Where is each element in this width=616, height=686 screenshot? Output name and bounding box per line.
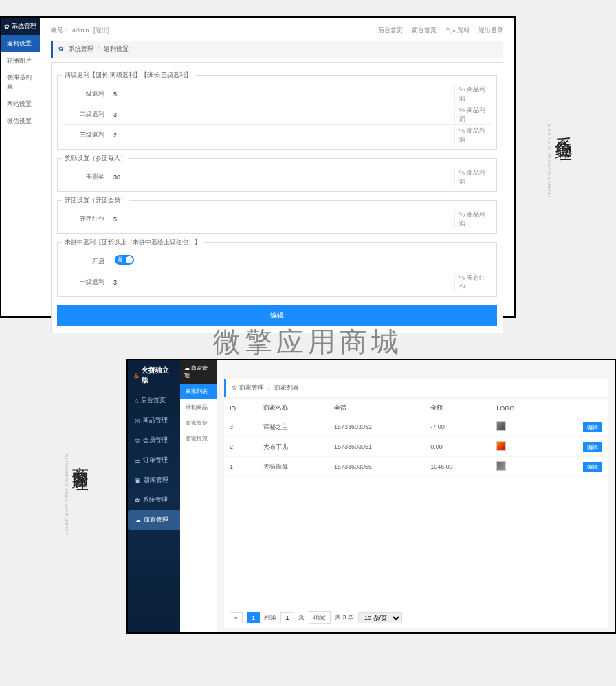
nav-home[interactable]: ⌂后台首页 bbox=[128, 390, 180, 410]
nav-label: 新闻管理 bbox=[144, 476, 168, 485]
th-action bbox=[548, 399, 608, 417]
nav-orders[interactable]: ☰订单管理 bbox=[128, 450, 180, 470]
page-confirm[interactable]: 确定 bbox=[309, 611, 331, 624]
form-row: 三级返利% 商品利润 bbox=[62, 125, 492, 145]
th-id: ID bbox=[224, 399, 258, 417]
nav-label: 商品管理 bbox=[143, 416, 168, 425]
legend-bonus: 奖励设置（参团每人） bbox=[62, 154, 129, 163]
page-size-select[interactable]: 10 条/页 bbox=[358, 612, 402, 623]
logo-thumb bbox=[496, 461, 506, 471]
sidebar-item-rebate[interactable]: 返利设置 bbox=[1, 35, 40, 52]
edit-button[interactable]: 编辑 bbox=[583, 462, 602, 472]
nav-label: 后台首页 bbox=[141, 396, 166, 405]
nav-system[interactable]: ✿系统管理 bbox=[128, 490, 180, 510]
link-logout[interactable]: 退出登录 bbox=[478, 27, 503, 34]
topbar: 账号：admin [退出] 后台首页 前台首页 个人资料 退出登录 bbox=[51, 25, 503, 41]
fire-icon: ♨ bbox=[133, 372, 140, 379]
sub-record-product[interactable]: 录制商品 bbox=[180, 399, 217, 415]
submenu-header: ☁ 商家管理 bbox=[180, 360, 217, 384]
breadcrumb-a[interactable]: 系统管理 bbox=[69, 45, 94, 52]
enable-toggle[interactable]: 是 bbox=[115, 255, 134, 265]
label-enable: 开启 bbox=[62, 252, 109, 272]
sidebar-item-carousel[interactable]: 轮播图片 bbox=[1, 52, 40, 69]
sidebar-header: ✿ 系统管理 bbox=[1, 18, 40, 35]
side-label-right: SYSTEM MANAGEMENT 系统管理 bbox=[545, 124, 575, 199]
toggle-text: 是 bbox=[118, 256, 123, 263]
nav-products[interactable]: ◎商品管理 bbox=[128, 410, 180, 430]
product-icon: ◎ bbox=[135, 417, 140, 424]
input-open-bonus[interactable] bbox=[109, 210, 455, 228]
table-row: 2大布丁儿157336030510.00编辑 bbox=[224, 437, 608, 457]
brand-label: 火拼独立版 bbox=[142, 366, 175, 385]
nav-business[interactable]: ☁商家管理 bbox=[128, 510, 180, 530]
page-1[interactable]: 1 bbox=[247, 612, 260, 623]
td-logo bbox=[491, 417, 548, 437]
legend-rebate: 两级返利【团长·两级返利】【班长·三级返利】 bbox=[62, 71, 195, 80]
panel2-main: ♔ 商家管理 / 商家列表 ID 商家名称 电话 金额 LOGO 3谛秘之主15… bbox=[217, 360, 615, 632]
td-id: 1 bbox=[224, 457, 258, 477]
sub-merchant-withdraw[interactable]: 商家提现 bbox=[180, 431, 217, 447]
suffix-fail-l1: % 安慰红包 bbox=[455, 274, 492, 291]
sub-merchant-funds[interactable]: 商家资金 bbox=[180, 415, 217, 431]
table-area: ID 商家名称 电话 金额 LOGO 3谛秘之主15733603052-7.00… bbox=[224, 399, 608, 607]
logo-thumb bbox=[496, 421, 506, 431]
td-phone: 15733603051 bbox=[329, 437, 425, 457]
table-row: 3谛秘之主15733603052-7.00编辑 bbox=[224, 417, 608, 437]
td-name: 大布丁儿 bbox=[258, 437, 329, 457]
form-row: 安慰奖% 商品利润 bbox=[62, 167, 492, 187]
member-icon: ♔ bbox=[135, 437, 140, 444]
link-front-home[interactable]: 前台首页 bbox=[412, 27, 437, 34]
input-fail-l1[interactable] bbox=[109, 274, 455, 291]
th-name: 商家名称 bbox=[258, 399, 329, 417]
td-id: 3 bbox=[224, 417, 258, 437]
link-profile[interactable]: 个人资料 bbox=[445, 27, 470, 34]
order-icon: ☰ bbox=[135, 457, 140, 464]
label-open-bonus: 开团红包 bbox=[62, 209, 109, 229]
input-consolation[interactable] bbox=[109, 168, 455, 186]
nav-label: 商家管理 bbox=[144, 516, 168, 524]
td-logo bbox=[491, 457, 548, 477]
logout-link[interactable]: [退出] bbox=[94, 27, 109, 34]
topbar-account: 账号：admin [退出] bbox=[51, 26, 112, 35]
merchant-table: ID 商家名称 电话 金额 LOGO 3谛秘之主15733603052-7.00… bbox=[224, 399, 608, 477]
submenu: ☁ 商家管理 商家列表 录制商品 商家资金 商家提现 bbox=[180, 360, 217, 632]
topbar-links: 后台首页 前台首页 个人资料 退出登录 bbox=[371, 26, 503, 35]
sidebar-item-site[interactable]: 网站设置 bbox=[1, 96, 40, 113]
account-label: 账号： bbox=[51, 27, 69, 34]
nav-members[interactable]: ♔会员管理 bbox=[128, 430, 180, 450]
link-admin-home[interactable]: 后台首页 bbox=[378, 27, 403, 34]
td-amount: 0.00 bbox=[425, 437, 491, 457]
sidebar-item-admins[interactable]: 管理员列表 bbox=[1, 69, 40, 96]
input-l3[interactable] bbox=[109, 126, 455, 144]
table-header-row: ID 商家名称 电话 金额 LOGO bbox=[224, 399, 608, 417]
news-icon: ▣ bbox=[135, 477, 141, 484]
form-area: 两级返利【团长·两级返利】【班长·三级返利】 一级返利% 商品利润 二级返利% … bbox=[51, 62, 503, 333]
table-row: 1天猫旗舰157336030551046.00编辑 bbox=[224, 457, 608, 477]
breadcrumb-b: 返利设置 bbox=[104, 45, 129, 52]
input-l1[interactable] bbox=[109, 85, 455, 103]
edit-button[interactable]: 编辑 bbox=[583, 422, 602, 432]
sub-merchant-list[interactable]: 商家列表 bbox=[180, 384, 217, 399]
td-name: 谛秘之主 bbox=[258, 417, 329, 437]
td-id: 2 bbox=[224, 437, 258, 457]
brand: ♨ 火拼独立版 bbox=[128, 360, 180, 390]
td-phone: 15733603052 bbox=[329, 417, 425, 437]
breadcrumb: ✿ 系统管理 / 返利设置 bbox=[51, 41, 503, 58]
page-prev[interactable]: « bbox=[230, 612, 243, 623]
fieldset-rebate: 两级返利【团长·两级返利】【班长·三级返利】 一级返利% 商品利润 二级返利% … bbox=[57, 71, 497, 150]
side-en: SYSTEM MANAGEMENT bbox=[547, 124, 553, 199]
page-input[interactable] bbox=[280, 612, 294, 623]
side-label-left: BUSINESS MANAGEMENT 商家管理 bbox=[62, 454, 91, 535]
legend-open: 开团设置（开团会员） bbox=[62, 196, 129, 205]
edit-button[interactable]: 编辑 bbox=[583, 442, 602, 452]
bc2-a[interactable]: 商家管理 bbox=[239, 384, 264, 391]
fieldset-fail: 未拼中返利【团长以上（未拼中返给上级红包）】 开启 是 一级返利% 安慰红包 bbox=[57, 238, 497, 297]
td-logo bbox=[491, 437, 548, 457]
label-l2: 二级返利 bbox=[62, 104, 109, 124]
label-fail-l1: 一级返利 bbox=[62, 272, 109, 292]
side-cn: 商家管理 bbox=[69, 454, 91, 535]
nav-news[interactable]: ▣新闻管理 bbox=[128, 470, 180, 490]
sidebar-item-wechat[interactable]: 微信设置 bbox=[1, 113, 40, 130]
input-l2[interactable] bbox=[109, 106, 455, 124]
home-icon: ⌂ bbox=[135, 397, 138, 404]
